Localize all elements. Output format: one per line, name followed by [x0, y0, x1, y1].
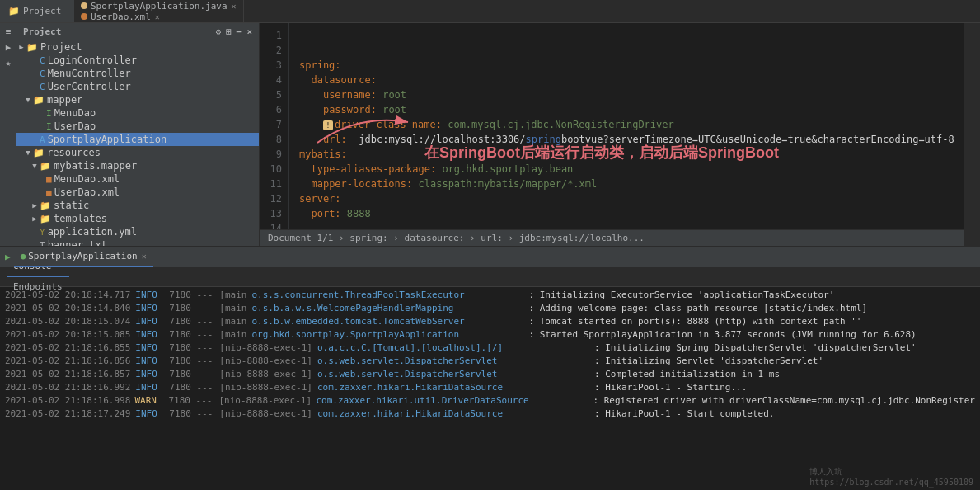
- tree-item-icon: C: [40, 55, 45, 66]
- sidebar-item-templates[interactable]: ▶📁templates: [16, 212, 259, 225]
- log-pid: 7180 ---: [169, 368, 214, 381]
- line-numbers: 1234567891011121314: [260, 23, 289, 229]
- run-icon[interactable]: ▶: [6, 42, 12, 53]
- console-tab-console[interactable]: Console: [7, 267, 69, 277]
- log-line-3: 2021-05-02 20:18:15.085INFO7180 ---[main…: [3, 328, 977, 342]
- tree-item-label: mybatis.mapper: [54, 160, 137, 172]
- log-level: INFO: [135, 315, 164, 328]
- log-class: com.zaxxer.hikari.HikariDataSource: [317, 381, 589, 394]
- tree-item-label: Project: [40, 41, 82, 53]
- sidebar-item-mybatismapper[interactable]: ▼📁mybatis.mapper: [16, 159, 259, 172]
- log-ts: 2021-05-02 20:18:14.717: [5, 289, 130, 302]
- code-lines[interactable]: spring: datasource: username: root passw…: [289, 23, 964, 229]
- tree-item-icon: C: [40, 68, 45, 79]
- log-level: WARN: [134, 394, 163, 408]
- sidebar-item-menudao[interactable]: IMenuDao: [16, 106, 259, 120]
- console-lines: 2021-05-02 20:18:14.717INFO7180 ---[main…: [0, 287, 980, 490]
- code-content: 1234567891011121314 spring: datasource: …: [260, 23, 964, 229]
- tree-item-icon: 📁: [26, 42, 38, 53]
- log-class: com.zaxxer.hikari.util.DriverDataSource: [316, 394, 588, 408]
- log-pid: 7180 ---: [169, 381, 214, 394]
- log-pid: 7180 ---: [169, 289, 214, 302]
- sidebar-item-mapper[interactable]: ▼📁mapper: [16, 93, 259, 106]
- expand-icon[interactable]: ⊞: [226, 26, 232, 37]
- structure-icon[interactable]: ≡: [6, 26, 12, 37]
- log-pid: 7180 ---: [169, 328, 214, 342]
- tree-item-icon: 📁: [33, 148, 45, 158]
- tree-item-label: MenuDao.xml: [54, 173, 120, 185]
- log-pid: 7180 ---: [169, 408, 214, 421]
- tree-item-label: UserController: [48, 81, 131, 92]
- log-line-2: 2021-05-02 20:18:15.074INFO7180 ---[main…: [3, 315, 977, 328]
- line-number-10: 10: [260, 162, 282, 177]
- tree-item-label: MenuController: [48, 68, 131, 79]
- sidebar-item-bannertxt[interactable]: Tbanner.txt: [16, 238, 259, 246]
- sidebar-item-logincontroller[interactable]: CLoginController: [16, 54, 259, 67]
- tab-dot: [81, 13, 87, 20]
- code-line-8: type-aliases-package: org.hkd.sportplay.…: [299, 162, 964, 177]
- line-number-11: 11: [260, 177, 282, 191]
- line-number-12: 12: [260, 191, 282, 206]
- tab-close-icon[interactable]: ✕: [232, 2, 237, 11]
- log-msg: : HikariPool-1 - Start completed.: [594, 408, 775, 421]
- run-tab-close[interactable]: ✕: [142, 252, 147, 261]
- tab-dot: [81, 2, 87, 9]
- tab-userdao.xml[interactable]: UserDao.xml✕: [74, 12, 244, 22]
- code-line-9: mapper-locations: classpath:mybatis/mapp…: [299, 177, 964, 191]
- tab-close-icon[interactable]: ✕: [155, 12, 160, 21]
- tree-item-icon: C: [40, 82, 45, 92]
- tree-item-icon: 📁: [40, 161, 51, 172]
- line-number-2: 2: [260, 43, 282, 58]
- sidebar-item-static[interactable]: ▶📁static: [16, 199, 259, 212]
- tree-item-icon: I: [46, 108, 52, 119]
- close-icon[interactable]: ×: [246, 26, 252, 37]
- collapse-icon[interactable]: –: [237, 26, 242, 37]
- settings-icon[interactable]: ⚙: [216, 26, 222, 37]
- tree-item-icon: ■: [46, 187, 52, 198]
- log-msg: : Completed initialization in 1 ms: [594, 368, 780, 381]
- run-tab-sportplay[interactable]: ● SportplayApplication ✕: [14, 247, 153, 267]
- log-class: o.a.c.c.C.[Tomcat].[localhost].[/]: [317, 342, 589, 355]
- log-msg: : Initializing Spring DispatcherServlet …: [594, 342, 917, 355]
- log-thread: [nio-8888-exec-1]: [219, 368, 312, 381]
- sidebar-item-project[interactable]: ▶📁Project: [16, 40, 259, 54]
- left-strip: ≡ ▶ ★: [0, 23, 16, 246]
- log-thread: [main: [219, 302, 246, 315]
- code-line-1: spring:: [299, 58, 964, 73]
- log-line-5: 2021-05-02 21:18:16.856INFO7180 ---[nio-…: [3, 355, 977, 368]
- sidebar-item-sportplayapplication[interactable]: ASportplayApplication: [16, 133, 259, 146]
- log-ts: 2021-05-02 21:18:16.855: [5, 342, 130, 355]
- sidebar-item-resources[interactable]: ▼📁resources: [16, 146, 259, 159]
- log-level: INFO: [135, 342, 164, 355]
- sidebar-header-icons: ⚙ ⊞ – ×: [216, 26, 253, 37]
- tree-item-label: MenuDao: [54, 107, 96, 119]
- tabs-container: LoginController.java✕MainMenu.java✕UserD…: [74, 0, 244, 23]
- log-msg: : Registered driver with driverClassName…: [593, 394, 975, 408]
- line-number-1: 1: [260, 28, 282, 43]
- log-ts: 2021-05-02 21:18:16.998: [5, 394, 129, 408]
- tree-item-label: LoginController: [48, 54, 137, 66]
- sidebar-item-applicationyml[interactable]: Yapplication.yml: [16, 225, 259, 238]
- sidebar-item-menudaoxml[interactable]: ■MenuDao.xml: [16, 172, 259, 186]
- sidebar-item-userdaoxml[interactable]: ■UserDao.xml: [16, 186, 259, 199]
- favorites-icon[interactable]: ★: [6, 58, 12, 68]
- editor-area: 1234567891011121314 spring: datasource: …: [260, 23, 964, 246]
- console-toolbar: ConsoleEndpoints: [0, 267, 980, 287]
- run-app-icon: ●: [21, 251, 26, 261]
- sidebar-item-usercontroller[interactable]: CUserController: [16, 80, 259, 93]
- code-line-6: url: jdbc:mysql://localhost:3306/springb…: [299, 132, 964, 147]
- sidebar-item-menucontroller[interactable]: CMenuController: [16, 67, 259, 80]
- log-msg: : Tomcat started on port(s): 8888 (http)…: [528, 315, 861, 328]
- tree-arrow: ▶: [30, 201, 40, 210]
- code-line-7: mybatis:: [299, 147, 964, 162]
- sidebar-tree: ▶📁ProjectCLoginControllerCMenuController…: [16, 40, 259, 246]
- sidebar-item-userdao[interactable]: IUserDao: [16, 120, 259, 133]
- tab-bar: 📁 Project LoginController.java✕MainMenu.…: [0, 0, 980, 23]
- status-bar: Document 1/1 › spring: › datasource: › u…: [260, 229, 964, 246]
- log-class: o.s.web.servlet.DispatcherServlet: [317, 355, 589, 368]
- log-msg: : HikariPool-1 - Starting...: [594, 381, 747, 394]
- log-ts: 2021-05-02 21:18:17.249: [5, 408, 130, 421]
- tree-item-label: banner.txt: [48, 239, 107, 246]
- tab-sportplayapplication.java[interactable]: SportplayApplication.java✕: [74, 1, 244, 12]
- tree-item-label: SportplayApplication: [48, 134, 167, 145]
